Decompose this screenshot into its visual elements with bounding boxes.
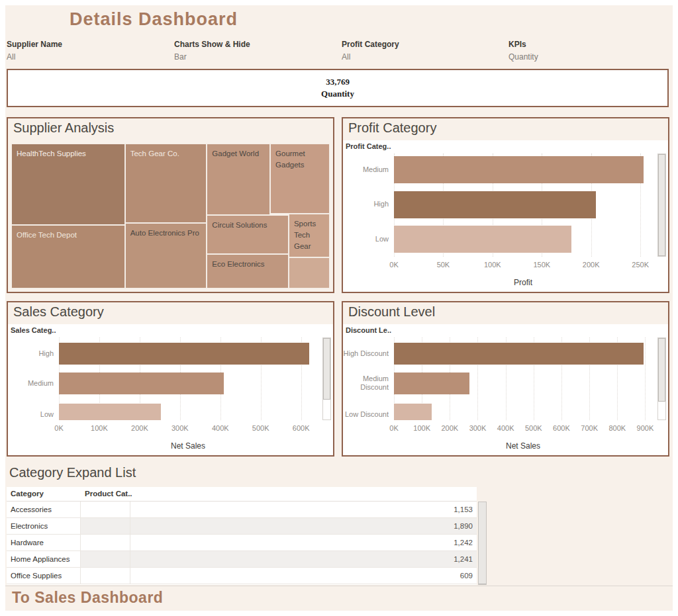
x-tick-label: 0K (389, 261, 398, 269)
chart-scrollbar[interactable] (657, 154, 666, 257)
x-tick-label: 300K (469, 424, 487, 432)
chart-scrollbar[interactable] (322, 337, 331, 420)
x-tick-label: 200K (131, 424, 148, 432)
filter-value[interactable]: Bar (174, 52, 307, 62)
table-row[interactable]: Home Appliances1,241 (7, 551, 477, 568)
table-row[interactable]: Hardware1,242 (7, 535, 477, 551)
table-cell-value: 1,241 (130, 551, 477, 567)
treemap-block-label: Eco Electronics (212, 260, 264, 268)
treemap-block-label: HealthTech Supplies (17, 150, 86, 157)
panel-supplier-analysis: Supplier Analysis HealthTech SuppliesOff… (7, 117, 334, 293)
filter-supplier-name[interactable]: Supplier Name All (7, 40, 139, 62)
table-cell-value: 609 (130, 568, 477, 584)
bar[interactable] (59, 343, 309, 365)
table-cell-product[interactable] (81, 502, 130, 517)
x-tick-label: 200K (441, 424, 458, 432)
y-axis-label: High (8, 343, 54, 365)
bar[interactable] (394, 373, 469, 395)
treemap-block-label: Tech Gear Co. (130, 150, 179, 157)
treemap-block[interactable]: Gadget World (207, 144, 270, 215)
table-cell-product[interactable] (81, 518, 130, 534)
discount-bar-chart: Discount Le.. Net Sales High DiscountMed… (343, 324, 668, 455)
filter-label: Charts Show & Hide (174, 40, 307, 49)
filter-value[interactable]: Quantity (508, 52, 641, 62)
x-tick-label: 700K (581, 424, 598, 432)
x-axis-ticks: 0K100K200K300K400K500K600K (59, 424, 317, 433)
bar[interactable] (394, 404, 432, 420)
table-cell-product[interactable] (81, 568, 130, 584)
treemap-block-label: Sports Tech Gear (294, 220, 316, 251)
table-cell-category[interactable]: Accessories (7, 502, 81, 517)
x-tick-label: 100K (484, 261, 501, 269)
treemap-block[interactable]: Circuit Solutions (207, 215, 289, 254)
table-title: Category Expand List (9, 465, 136, 480)
panel-title: Discount Level (348, 304, 435, 320)
table-row[interactable]: Accessories1,153 (7, 502, 477, 518)
table-cell-category[interactable]: Home Appliances (7, 551, 81, 567)
y-axis-label: Medium (343, 156, 389, 183)
scrollbar-thumb[interactable] (658, 338, 665, 402)
column-header-product-cat[interactable]: Product Cat.. (85, 490, 132, 498)
table-row[interactable]: Electronics1,890 (7, 518, 477, 535)
filter-charts-show-hide[interactable]: Charts Show & Hide Bar (174, 40, 307, 62)
filter-kpis[interactable]: KPIs Quantity (508, 40, 641, 62)
bar[interactable] (394, 226, 571, 253)
treemap-block[interactable] (289, 257, 330, 288)
x-tick-label: 0K (54, 424, 63, 432)
dashboard-canvas: Details Dashboard Supplier Name All Char… (5, 5, 673, 611)
sales-bar-chart: Sales Categ.. Net Sales HighMediumLow0K1… (8, 324, 333, 455)
column-header-category[interactable]: Category (11, 490, 44, 498)
y-axis-labels: HighMediumLow (8, 337, 56, 420)
scrollbar-thumb[interactable] (658, 154, 665, 256)
table-row[interactable]: Office Supplies609 (7, 568, 477, 584)
x-tick-label: 400K (497, 424, 514, 432)
table-cell-value: 1,242 (130, 535, 477, 550)
treemap-block-label: Circuit Solutions (212, 221, 267, 229)
panel-profit-category: Profit Category Profit Categ.. Profit Me… (342, 117, 669, 293)
table-scrollbar[interactable] (478, 502, 487, 585)
bar[interactable] (394, 191, 596, 218)
bar[interactable] (394, 343, 644, 365)
treemap-block[interactable]: Eco Electronics (207, 254, 289, 288)
y-axis-label: High Discount (343, 343, 389, 365)
panel-sales-category: Sales Category Sales Categ.. Net Sales H… (7, 301, 334, 457)
x-tick-label: 100K (413, 424, 430, 432)
bar[interactable] (394, 156, 644, 183)
filter-value[interactable]: All (7, 52, 139, 62)
bar[interactable] (59, 404, 161, 420)
filter-label: Supplier Name (7, 40, 139, 49)
plot-area (394, 337, 652, 420)
table-cell-product[interactable] (81, 535, 130, 550)
filter-label: Profit Category (342, 40, 474, 49)
treemap-block-label: Auto Electronics Pro (130, 229, 199, 237)
x-tick-label: 900K (637, 424, 654, 432)
y-axis-label: Low (8, 404, 54, 426)
treemap-block[interactable]: Auto Electronics Pro (125, 223, 207, 288)
treemap-block[interactable]: Sports Tech Gear (289, 214, 330, 257)
x-axis-label: Net Sales (394, 441, 652, 451)
table-cell-category[interactable]: Electronics (7, 518, 81, 534)
treemap-block[interactable]: HealthTech Supplies (11, 144, 125, 225)
treemap-block[interactable]: Office Tech Depot (11, 225, 125, 288)
table-cell-product[interactable] (81, 551, 130, 567)
x-tick-label: 250K (632, 261, 649, 269)
filter-value[interactable]: All (342, 52, 474, 62)
treemap-block[interactable]: Tech Gear Co. (125, 144, 207, 223)
x-tick-label: 300K (171, 424, 189, 432)
y-axis-label: High (343, 191, 389, 218)
x-tick-label: 100K (91, 424, 108, 432)
scrollbar-thumb[interactable] (479, 502, 486, 584)
treemap-block[interactable]: Gourmet Gadgets (270, 144, 330, 214)
table-cell-category[interactable]: Hardware (7, 535, 81, 550)
bar[interactable] (59, 373, 224, 395)
scrollbar-thumb[interactable] (323, 338, 330, 400)
plot-area (59, 337, 317, 420)
x-axis-label: Profit (394, 278, 652, 287)
y-axis-labels: High DiscountMedium DiscountLow Discount (343, 337, 391, 420)
panel-discount-level: Discount Level Discount Le.. Net Sales H… (342, 301, 669, 457)
to-sales-dashboard-link[interactable]: To Sales Dashboard (12, 589, 163, 607)
filter-profit-category[interactable]: Profit Category All (342, 40, 474, 62)
supplier-treemap: HealthTech SuppliesOffice Tech DepotTech… (11, 144, 330, 288)
table-cell-category[interactable]: Office Supplies (7, 568, 81, 584)
chart-scrollbar[interactable] (657, 337, 666, 420)
